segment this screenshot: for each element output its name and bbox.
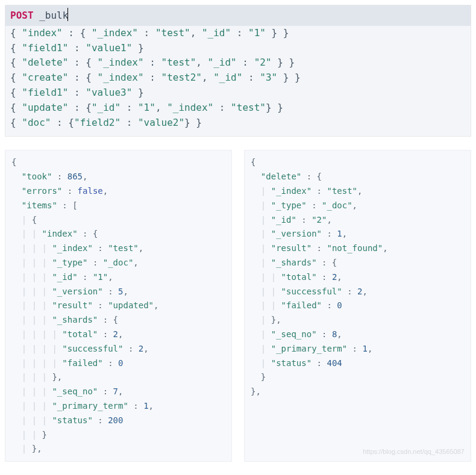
result-left: { "took" : 865, "errors" : false, "items…: [5, 150, 232, 462]
request-body[interactable]: { "index" : { "_index" : "test", "_id" :…: [10, 26, 466, 131]
result-left-json: { "took" : 865, "errors" : false, "items…: [11, 155, 225, 456]
endpoint: _bulk: [39, 10, 68, 21]
request-block: POST _bulk { "index" : { "_index" : "tes…: [5, 5, 471, 137]
text-cursor-icon: [67, 8, 68, 21]
watermark: https://blog.csdn.net/qq_43565087: [363, 446, 465, 458]
result-right-json: { "delete" : { | "_index" : "test", | "_…: [251, 155, 465, 399]
request-first-line[interactable]: POST _bulk: [5, 5, 471, 26]
result-right: { "delete" : { | "_index" : "test", | "_…: [244, 150, 471, 462]
results-row: { "took" : 865, "errors" : false, "items…: [5, 150, 471, 462]
http-method: POST: [10, 10, 34, 21]
